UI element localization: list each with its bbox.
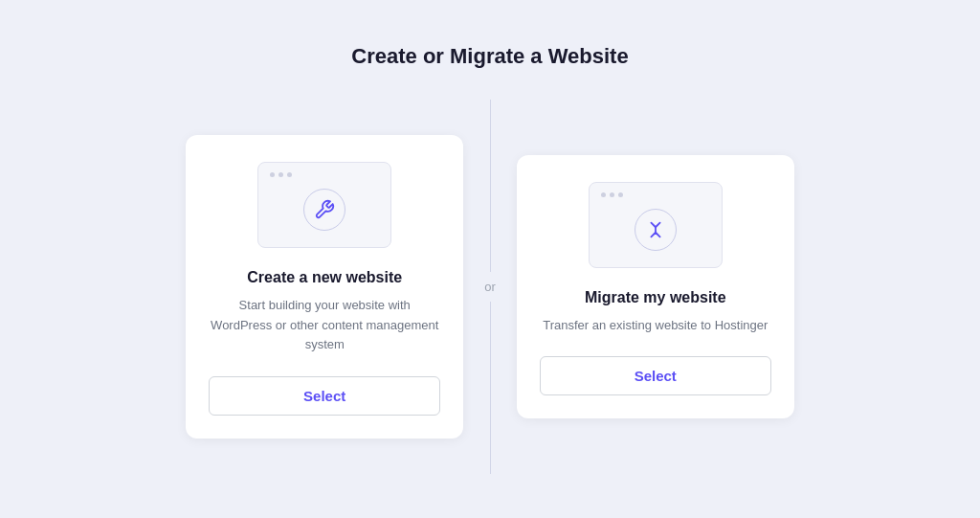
create-card-description: Start building your website with WordPre… (209, 296, 440, 355)
browser-dot-m2 (610, 192, 614, 197)
or-text: or (484, 272, 496, 302)
browser-dot-m3 (618, 192, 623, 197)
browser-dots (270, 172, 292, 177)
migrate-website-card: Migrate my website Transfer an existing … (517, 155, 794, 419)
divider-line-top (490, 100, 491, 272)
browser-dot-m1 (601, 192, 606, 197)
page-title: Create or Migrate a Website (351, 44, 628, 69)
browser-mockup-create (257, 162, 391, 248)
browser-dot-1 (270, 172, 275, 177)
migrate-card-title: Migrate my website (585, 289, 726, 306)
create-website-card: Create a new website Start building your… (186, 135, 463, 439)
browser-mockup-migrate (589, 182, 723, 268)
browser-dot-2 (278, 172, 283, 177)
migrate-card-description: Transfer an existing website to Hostinge… (543, 316, 768, 336)
transfer-icon (645, 219, 666, 240)
cards-container: Create a new website Start building your… (186, 100, 794, 474)
create-select-button[interactable]: Select (209, 376, 440, 416)
create-icon-circle (303, 189, 345, 231)
migrate-select-button[interactable]: Select (540, 356, 771, 395)
or-divider: or (463, 100, 517, 474)
divider-line-bottom (490, 302, 491, 474)
migrate-icon-circle (635, 209, 677, 251)
wrench-icon (314, 199, 335, 220)
browser-dot-3 (287, 172, 292, 177)
browser-dots-migrate (601, 192, 623, 197)
create-card-title: Create a new website (247, 269, 402, 286)
